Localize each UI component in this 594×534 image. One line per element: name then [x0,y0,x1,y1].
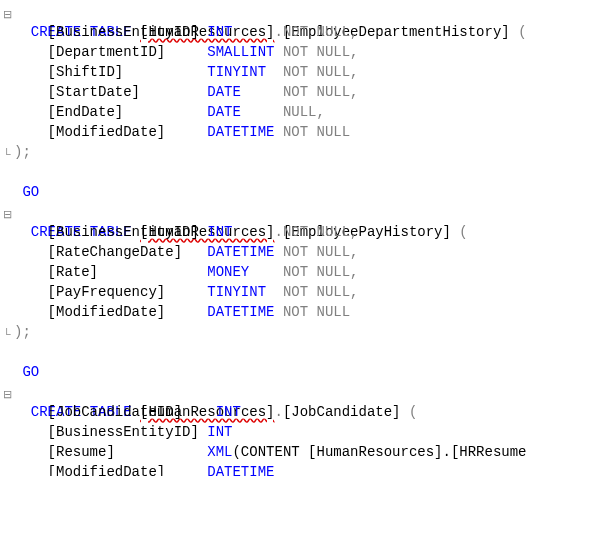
fold-toggle-icon[interactable]: ⊟ [0,204,14,224]
column-type: SMALLINT [207,44,274,60]
null-spec: NOT NULL, [283,224,359,240]
column-name: [Rate] [48,264,98,280]
code-line[interactable]: [BusinessEntityID] INT NOT NULL, [0,222,594,242]
fold-end-icon: └ [0,144,14,164]
code-editor[interactable]: ⊟ CREATE TABLE [HumanResources].[Employe… [0,0,594,476]
column-type: DATE [207,104,241,120]
column-type: DATE [207,84,241,100]
code-line[interactable]: [JobCandidateID] INT [0,402,594,422]
code-line[interactable]: ⊟ CREATE TABLE [HumanResources].[Employe… [0,2,594,22]
code-line[interactable]: [RateChangeDate] DATETIME NOT NULL, [0,242,594,262]
column-name: [ModifiedDate] [48,304,166,320]
column-type: DATETIME [207,304,274,320]
column-name: [StartDate] [48,84,140,100]
column-type: XML [207,444,232,460]
code-line[interactable]: [BusinessEntityID] INT NOT NULL, [0,22,594,42]
code-line[interactable]: [PayFrequency] TINYINT NOT NULL, [0,282,594,302]
null-spec: NOT NULL [283,304,350,320]
column-type-rest: (CONTENT [HumanResources].[HRResume [232,444,526,460]
keyword-go: GO [22,184,39,200]
null-spec: NOT NULL, [283,244,359,260]
column-type: DATETIME [207,124,274,140]
closing: ); [14,324,31,340]
closing: ); [14,144,31,160]
column-name: [ShiftID] [48,64,124,80]
column-type: MONEY [207,264,249,280]
code-line[interactable]: [StartDate] DATE NOT NULL, [0,82,594,102]
code-line[interactable]: [Rate] MONEY NOT NULL, [0,262,594,282]
code-line[interactable]: [ModifiedDate] DATETIME [0,462,594,476]
column-type: TINYINT [207,64,266,80]
column-type: INT [207,224,232,240]
code-line[interactable]: [ShiftID] TINYINT NOT NULL, [0,62,594,82]
code-line[interactable]: [EndDate] DATE NULL, [0,102,594,122]
code-line[interactable]: [DepartmentID] SMALLINT NOT NULL, [0,42,594,62]
column-type: DATETIME [207,244,274,260]
column-name: [Resume] [48,444,115,460]
code-line[interactable]: └); [0,142,594,162]
code-line[interactable]: [BusinessEntityID] INT [0,422,594,442]
code-line[interactable]: ⊟ CREATE TABLE [HumanResources].[JobCand… [0,382,594,402]
null-spec: NOT NULL, [283,264,359,280]
null-spec: NOT NULL, [283,84,359,100]
fold-toggle-icon[interactable]: ⊟ [0,384,14,404]
code-line[interactable]: [Resume] XML(CONTENT [HumanResources].[H… [0,442,594,462]
column-name: [BusinessEntityID] [48,424,199,440]
column-type: DATETIME [207,464,274,476]
keyword-go: GO [22,364,39,380]
code-line[interactable]: GO [0,182,594,202]
code-line[interactable]: ⊟ CREATE TABLE [HumanResources].[Employe… [0,202,594,222]
column-name: [RateChangeDate] [48,244,182,260]
fold-end-icon: └ [0,324,14,344]
null-spec: NOT NULL, [283,44,359,60]
null-spec: NOT NULL, [283,64,359,80]
code-line[interactable]: GO [0,362,594,382]
null-spec: NOT NULL, [283,24,359,40]
code-line[interactable]: [ModifiedDate] DATETIME NOT NULL [0,302,594,322]
column-name: [ModifiedDate] [48,464,166,476]
column-name: [ModifiedDate] [48,124,166,140]
code-line[interactable] [0,162,594,182]
column-name: [BusinessEntityID] [48,24,199,40]
null-spec: NULL, [283,104,325,120]
column-name: [PayFrequency] [48,284,166,300]
code-line[interactable]: └); [0,322,594,342]
column-name: [BusinessEntityID] [48,224,199,240]
null-spec: NOT NULL [283,124,350,140]
column-type: TINYINT [207,284,266,300]
fold-toggle-icon[interactable]: ⊟ [0,4,14,24]
null-spec: NOT NULL, [283,284,359,300]
column-type: INT [207,424,232,440]
code-line[interactable]: [ModifiedDate] DATETIME NOT NULL [0,122,594,142]
code-line[interactable] [0,342,594,362]
column-name: [JobCandidateID] [48,404,182,420]
column-name: [EndDate] [48,104,124,120]
column-type: INT [207,24,232,40]
column-name: [DepartmentID] [48,44,166,60]
column-type: INT [216,404,241,420]
